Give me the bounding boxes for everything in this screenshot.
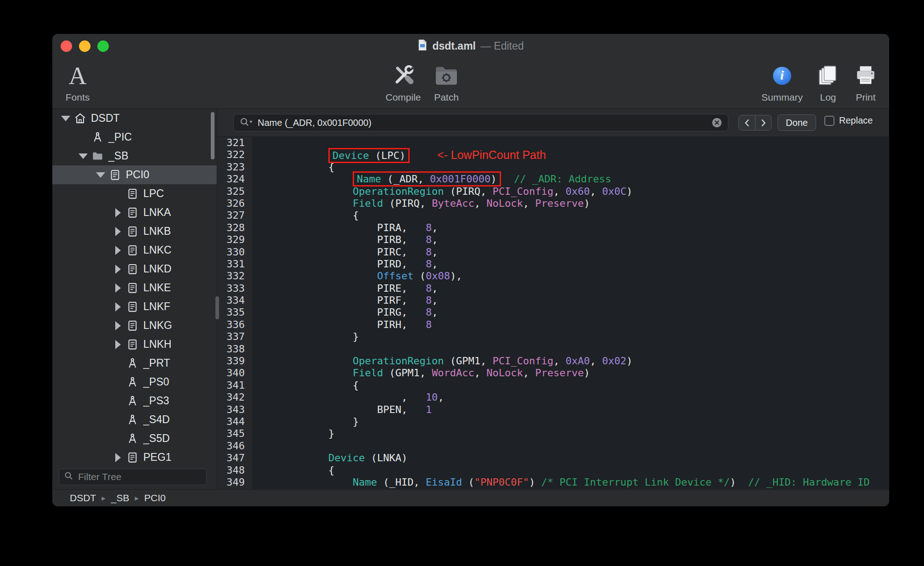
code-token: NoLock <box>486 198 523 209</box>
line-number: 349 <box>217 476 252 488</box>
code-text: OperationRegion (PIRQ, PCI_Config, 0x60,… <box>252 186 632 198</box>
patch-button[interactable]: Patch <box>421 61 472 103</box>
replace-label: Replace <box>839 115 873 126</box>
disclosure-triangle-icon[interactable] <box>95 172 107 178</box>
breadcrumb-item-pci0[interactable]: PCI0 <box>144 492 166 504</box>
disclosure-triangle-icon[interactable] <box>112 321 124 330</box>
code-token: PIRB, <box>255 234 426 245</box>
sidebar-item-lnkb[interactable]: LNKB <box>52 222 217 241</box>
code-token: ) <box>626 186 632 197</box>
search-icon <box>64 471 74 483</box>
line-number: 348 <box>217 464 252 476</box>
disclosure-triangle-icon[interactable] <box>112 302 124 311</box>
disclosure-triangle-icon[interactable] <box>60 116 72 121</box>
print-button[interactable]: Print <box>840 61 889 103</box>
code-line: 331 PIRD, 8, <box>217 258 889 270</box>
method-icon <box>125 357 139 370</box>
home-icon <box>73 112 87 125</box>
code-token: , <box>590 355 603 367</box>
sidebar-item-pci0[interactable]: PCI0 <box>52 165 217 184</box>
code-token: { <box>255 379 359 391</box>
code-token: PCI_Config <box>493 355 553 367</box>
sidebar-item-lnkd[interactable]: LNKD <box>52 260 217 278</box>
code-token: 0x08 <box>426 270 450 282</box>
code-token: } <box>255 331 359 342</box>
search-field[interactable]: Name (_ADR, 0x001F0000) <box>233 114 728 131</box>
sidebar-item-_s4d[interactable]: _S4D <box>52 410 217 429</box>
line-number: 345 <box>217 428 252 440</box>
sidebar-item-peg1[interactable]: PEG1 <box>52 448 217 467</box>
method-icon <box>125 413 139 426</box>
code-token: ), <box>450 270 462 282</box>
tree-item-label: _PS0 <box>143 376 169 388</box>
sidebar-item-lpc[interactable]: LPC <box>52 184 217 203</box>
code-line: 321 <box>217 137 889 149</box>
code-token: ( <box>462 476 474 488</box>
device-icon <box>125 206 139 219</box>
code-token <box>255 452 328 464</box>
sidebar-item-lnka[interactable]: LNKA <box>52 203 217 222</box>
line-number: 333 <box>217 283 252 294</box>
code-text: } <box>252 416 359 428</box>
document-title: dsdt.aml <box>432 40 476 52</box>
tree-item-label: LNKD <box>143 263 171 275</box>
disclosure-triangle-icon[interactable] <box>112 453 124 462</box>
search-menu-icon[interactable] <box>239 117 253 129</box>
tree-item-label: LNKA <box>143 206 171 219</box>
done-button[interactable]: Done <box>778 114 816 131</box>
code-token: , <box>474 367 487 379</box>
highlight-box: Name (_ADR, 0x001F0000) <box>353 171 501 187</box>
fonts-button[interactable]: A Fonts <box>52 61 103 103</box>
disclosure-triangle-icon[interactable] <box>77 153 89 159</box>
disclosure-triangle-icon[interactable] <box>112 283 124 293</box>
disclosure-triangle-icon[interactable] <box>112 265 124 274</box>
code-line: 323 { <box>217 161 889 173</box>
tree-item-label: LNKH <box>143 338 171 351</box>
sidebar-item-_s5d[interactable]: _S5D <box>52 429 217 448</box>
sidebar: DSDT_PIC_SBPCI0LPCLNKALNKBLNKCLNKDLNKELN… <box>52 109 217 489</box>
replace-checkbox[interactable] <box>824 116 834 126</box>
code-token: (LPC) <box>369 150 405 161</box>
sidebar-item-_pic[interactable]: _PIC <box>52 128 217 147</box>
code-line: 330 PIRC, 8, <box>217 246 889 258</box>
sidebar-item-dsdt[interactable]: DSDT <box>52 109 217 128</box>
patch-folder-icon <box>434 61 459 91</box>
splitter-handle[interactable] <box>215 296 219 319</box>
breadcrumb-item-_sb[interactable]: _SB <box>111 492 130 504</box>
code-text: { <box>252 379 359 391</box>
sidebar-item-lnkf[interactable]: LNKF <box>52 297 217 316</box>
code-token: , <box>474 198 487 209</box>
sidebar-item-_prt[interactable]: _PRT <box>52 354 217 373</box>
code-editor[interactable]: 321 322 Device (LPC)<- LowPinCount Path3… <box>217 137 889 489</box>
code-token: , <box>432 246 438 258</box>
sidebar-item-lnkc[interactable]: LNKC <box>52 241 217 260</box>
sidebar-item-lnkg[interactable]: LNKG <box>52 316 217 335</box>
code-text: PIRH, 8 <box>252 319 432 331</box>
sidebar-item-lnke[interactable]: LNKE <box>52 278 217 297</box>
breadcrumb-separator-icon: ▸ <box>135 493 139 503</box>
code-line: 341 { <box>217 379 889 391</box>
sidebar-item-_ps3[interactable]: _PS3 <box>52 391 217 410</box>
clear-search-icon[interactable] <box>711 117 722 128</box>
filter-tree-field[interactable]: Filter Tree <box>59 469 207 485</box>
code-line: 327 { <box>217 209 889 221</box>
sidebar-item-_sb[interactable]: _SB <box>52 147 217 165</box>
device-icon <box>125 187 139 200</box>
sidebar-item-lnkh[interactable]: LNKH <box>52 335 217 354</box>
line-number: 321 <box>217 137 252 149</box>
disclosure-triangle-icon[interactable] <box>112 227 124 236</box>
replace-option: Replace <box>824 115 873 126</box>
sidebar-item-_ps0[interactable]: _PS0 <box>52 373 217 391</box>
summary-button[interactable]: i Summary <box>757 61 807 103</box>
find-next-button[interactable] <box>755 115 771 130</box>
breadcrumb-item-dsdt[interactable]: DSDT <box>70 492 96 504</box>
find-previous-button[interactable] <box>739 115 755 130</box>
disclosure-triangle-icon[interactable] <box>112 208 124 217</box>
code-token: Preserve <box>535 367 584 379</box>
code-token <box>255 198 353 209</box>
code-text: OperationRegion (GPM1, PCI_Config, 0xA0,… <box>252 355 632 367</box>
disclosure-triangle-icon[interactable] <box>112 340 124 349</box>
disclosure-triangle-icon[interactable] <box>112 246 124 255</box>
patch-label: Patch <box>434 92 459 103</box>
sidebar-scrollbar[interactable] <box>211 112 214 159</box>
